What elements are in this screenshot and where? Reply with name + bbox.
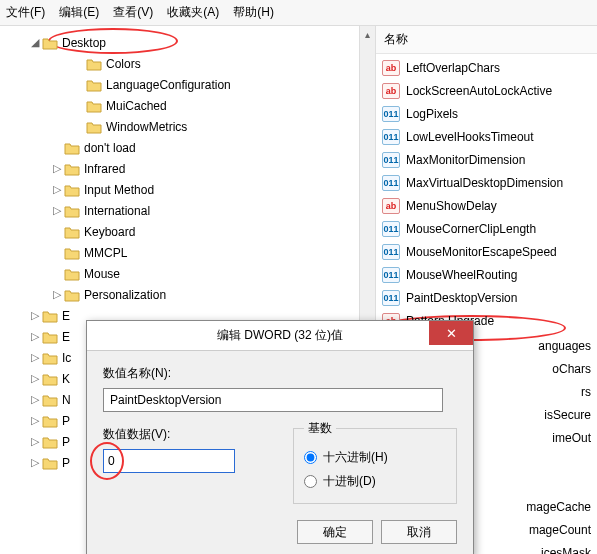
value-name: MaxMonitorDimension — [406, 153, 525, 167]
list-item[interactable]: abMenuShowDelay — [376, 194, 597, 217]
folder-icon — [42, 309, 58, 323]
expand-icon[interactable]: ▷ — [28, 435, 42, 448]
folder-icon — [64, 183, 80, 197]
folder-icon — [42, 414, 58, 428]
tree-item[interactable]: Personalization — [84, 288, 166, 302]
reg-dword-icon: 011 — [382, 175, 400, 191]
tree-label-partial: P — [62, 456, 70, 470]
tree-label-partial: P — [62, 414, 70, 428]
tree-item[interactable]: Colors — [106, 57, 141, 71]
value-name-input[interactable] — [103, 388, 443, 412]
radio-hex-label: 十六进制(H) — [323, 449, 388, 466]
reg-dword-icon: 011 — [382, 106, 400, 122]
menu-favorites[interactable]: 收藏夹(A) — [167, 4, 219, 21]
reg-sz-icon: ab — [382, 60, 400, 76]
folder-icon — [64, 204, 80, 218]
menu-file[interactable]: 文件(F) — [6, 4, 45, 21]
expand-icon[interactable]: ▷ — [28, 372, 42, 385]
expand-icon[interactable]: ▷ — [28, 456, 42, 469]
reg-dword-icon: 011 — [382, 129, 400, 145]
value-name: MaxVirtualDesktopDimension — [406, 176, 563, 190]
base-group: 基数 十六进制(H) 十进制(D) — [293, 420, 457, 504]
radio-dec-input[interactable] — [304, 475, 317, 488]
value-name-partial: rs — [581, 385, 591, 399]
folder-icon — [42, 36, 58, 50]
folder-icon — [42, 330, 58, 344]
tree-item[interactable]: WindowMetrics — [106, 120, 187, 134]
expand-icon[interactable]: ▷ — [50, 183, 64, 196]
folder-icon — [86, 99, 102, 113]
tree-item[interactable]: Infrared — [84, 162, 125, 176]
list-item[interactable]: abLockScreenAutoLockActive — [376, 79, 597, 102]
folder-icon — [42, 351, 58, 365]
ok-button[interactable]: 确定 — [297, 520, 373, 544]
menu-edit[interactable]: 编辑(E) — [59, 4, 99, 21]
tree-item[interactable]: MMCPL — [84, 246, 127, 260]
cancel-button[interactable]: 取消 — [381, 520, 457, 544]
tree-item[interactable]: Input Method — [84, 183, 154, 197]
radio-hex-input[interactable] — [304, 451, 317, 464]
folder-icon — [86, 120, 102, 134]
folder-icon — [64, 141, 80, 155]
collapse-icon[interactable]: ◢ — [28, 36, 42, 49]
tree-item[interactable]: Mouse — [84, 267, 120, 281]
reg-sz-icon: ab — [382, 198, 400, 214]
close-button[interactable]: ✕ — [429, 321, 473, 345]
tree-item[interactable]: LanguageConfiguration — [106, 78, 231, 92]
folder-icon — [86, 57, 102, 71]
value-list[interactable]: abLeftOverlapCharsabLockScreenAutoLockAc… — [376, 54, 597, 334]
value-data-input[interactable] — [103, 449, 235, 473]
value-name-partial: imeOut — [552, 431, 591, 445]
expand-icon[interactable]: ▷ — [28, 414, 42, 427]
folder-icon — [42, 393, 58, 407]
list-item[interactable]: 011LowLevelHooksTimeout — [376, 125, 597, 148]
expand-icon[interactable]: ▷ — [28, 309, 42, 322]
folder-icon — [64, 246, 80, 260]
expand-icon[interactable]: ▷ — [50, 162, 64, 175]
tree-item-desktop[interactable]: Desktop — [62, 36, 106, 50]
list-item[interactable]: 011MaxVirtualDesktopDimension — [376, 171, 597, 194]
dialog-titlebar[interactable]: 编辑 DWORD (32 位)值 ✕ — [87, 321, 473, 351]
reg-dword-icon: 011 — [382, 290, 400, 306]
folder-icon — [64, 267, 80, 281]
radio-dec[interactable]: 十进制(D) — [304, 469, 446, 493]
folder-icon — [64, 288, 80, 302]
expand-icon[interactable]: ▷ — [28, 351, 42, 364]
value-name-partial: oChars — [552, 362, 591, 376]
list-item[interactable]: 011MouseCornerClipLength — [376, 217, 597, 240]
column-header-name[interactable]: 名称 — [376, 26, 597, 54]
reg-dword-icon: 011 — [382, 221, 400, 237]
value-name: LockScreenAutoLockActive — [406, 84, 552, 98]
list-item[interactable]: abLeftOverlapChars — [376, 56, 597, 79]
expand-icon[interactable]: ▷ — [28, 330, 42, 343]
value-name-label: 数值名称(N): — [103, 365, 457, 382]
expand-icon[interactable]: ▷ — [50, 204, 64, 217]
tree-item[interactable]: MuiCached — [106, 99, 167, 113]
edit-dword-dialog: 编辑 DWORD (32 位)值 ✕ 数值名称(N): 数值数据(V): 基数 … — [86, 320, 474, 554]
list-item[interactable]: 011MaxMonitorDimension — [376, 148, 597, 171]
list-item[interactable]: 011MouseMonitorEscapeSpeed — [376, 240, 597, 263]
value-name-partial: icesMask — [541, 546, 591, 555]
list-item[interactable]: 011PaintDesktopVersion — [376, 286, 597, 309]
value-data-label: 数值数据(V): — [103, 426, 267, 443]
tree-item[interactable]: Keyboard — [84, 225, 135, 239]
value-name: LowLevelHooksTimeout — [406, 130, 534, 144]
value-name-partial: anguages — [538, 339, 591, 353]
menu-view[interactable]: 查看(V) — [113, 4, 153, 21]
expand-icon[interactable]: ▷ — [50, 288, 64, 301]
menu-help[interactable]: 帮助(H) — [233, 4, 274, 21]
value-name: PaintDesktopVersion — [406, 291, 517, 305]
list-item[interactable]: 011MouseWheelRouting — [376, 263, 597, 286]
tree-item[interactable]: International — [84, 204, 150, 218]
radio-hex[interactable]: 十六进制(H) — [304, 445, 446, 469]
radio-dec-label: 十进制(D) — [323, 473, 376, 490]
scroll-up-icon[interactable]: ▴ — [360, 26, 375, 42]
tree-item[interactable]: don't load — [84, 141, 136, 155]
tree-label-partial: K — [62, 372, 70, 386]
expand-icon[interactable]: ▷ — [28, 393, 42, 406]
folder-icon — [42, 435, 58, 449]
value-name: LogPixels — [406, 107, 458, 121]
value-name-partial: isSecure — [544, 408, 591, 422]
list-item[interactable]: 011LogPixels — [376, 102, 597, 125]
menu-bar: 文件(F) 编辑(E) 查看(V) 收藏夹(A) 帮助(H) — [0, 0, 597, 26]
